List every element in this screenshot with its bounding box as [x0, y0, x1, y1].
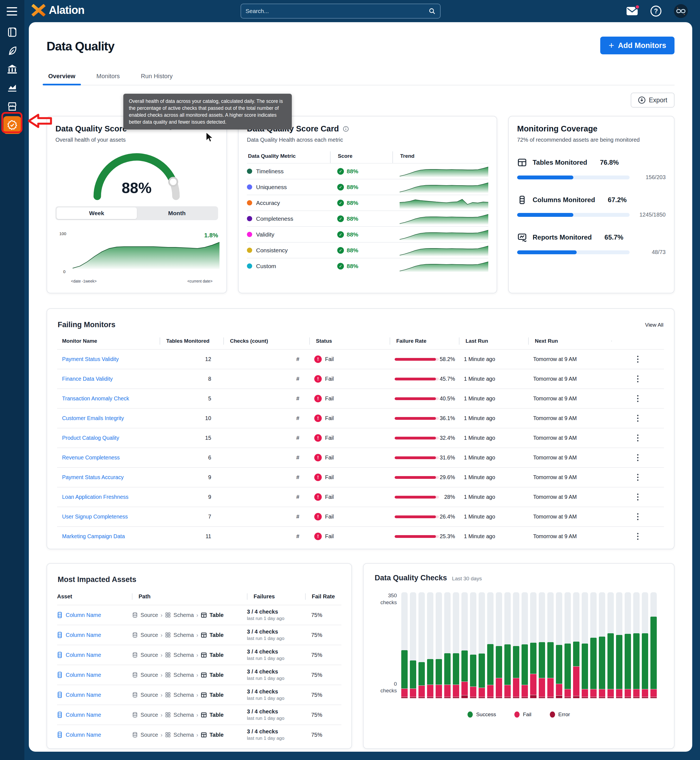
failure-rate-bar: [395, 456, 439, 459]
table-icon: [201, 632, 207, 638]
asset-link[interactable]: Column Name: [57, 632, 132, 638]
monitor-name-link[interactable]: Product Catalog Quality: [57, 435, 159, 441]
chart-bar: [616, 592, 622, 698]
failure-rate-value: 28%: [444, 494, 455, 500]
chart-bar: [487, 592, 494, 698]
asset-link[interactable]: Column Name: [57, 732, 132, 738]
monitor-name-link[interactable]: Loan Application Freshness: [57, 494, 159, 500]
row-menu-button[interactable]: [637, 494, 639, 500]
monitor-name-link[interactable]: Payment Status Accuracy: [57, 474, 159, 481]
failure-rate-bar: [395, 378, 439, 381]
coverage-count: 1245/1850: [635, 212, 666, 218]
add-monitors-button[interactable]: + Add Monitors: [600, 37, 675, 54]
sidebar-item-analytics[interactable]: [3, 79, 21, 97]
asset-link[interactable]: Column Name: [57, 691, 132, 698]
chart-bar: [436, 592, 442, 698]
week-toggle[interactable]: Week: [56, 207, 137, 219]
metric-score-value: 88%: [347, 200, 358, 206]
metric-label: Consistency: [256, 247, 288, 254]
monitor-name-link[interactable]: Finance Data Validity: [57, 376, 159, 382]
sidebar-item-marketplace[interactable]: [3, 97, 21, 115]
last-run-value: 1 Minute ago: [459, 494, 528, 500]
row-menu-button[interactable]: [637, 434, 639, 442]
monitor-name-link[interactable]: Customer Emails Integrity: [57, 415, 159, 422]
chart-bar: [564, 592, 571, 698]
fail-status-icon: !: [314, 493, 322, 501]
monitor-name-link[interactable]: Payment Status Validity: [57, 356, 159, 362]
tab-monitors[interactable]: Monitors: [95, 69, 121, 85]
info-icon[interactable]: [343, 126, 349, 132]
fail-status-icon: !: [314, 434, 322, 442]
sidebar-item-data-quality[interactable]: [3, 116, 21, 134]
status-label: Fail: [325, 454, 334, 461]
row-menu-button[interactable]: [637, 454, 639, 461]
sidebar-item-governance[interactable]: [3, 60, 21, 78]
tab-run-history[interactable]: Run History: [139, 69, 174, 85]
download-icon: [638, 96, 646, 104]
coverage-percentage: 65.7%: [605, 233, 623, 241]
metric-score-value: 88%: [347, 215, 358, 222]
chevron-right-icon: ›: [196, 712, 198, 718]
asset-link[interactable]: Column Name: [57, 652, 132, 658]
failure-rate-value: 45.7%: [440, 376, 455, 382]
status-label: Fail: [325, 415, 334, 422]
asset-link[interactable]: Column Name: [57, 612, 132, 618]
checks-count-value: #: [223, 415, 309, 422]
row-menu-button[interactable]: [637, 415, 639, 422]
metric-row: Validity✓88%: [247, 226, 488, 242]
row-menu-button[interactable]: [637, 533, 639, 540]
row-menu-button[interactable]: [637, 474, 639, 481]
table-icon: [201, 732, 207, 738]
alation-logo[interactable]: Alation: [31, 4, 84, 16]
next-run-value: Tomorrow at 9 AM: [528, 474, 611, 481]
row-menu-button[interactable]: [637, 356, 639, 363]
metric-score: ✓88%: [330, 231, 392, 238]
asset-link[interactable]: Column Name: [57, 711, 132, 718]
failures-cell: 3 / 4 checkslast run 1 day ago: [247, 649, 305, 661]
data-quality-score-card: Data Quality Score Overall health of you…: [47, 116, 227, 293]
monitor-name-link[interactable]: Revenue Completeness: [57, 454, 159, 461]
plus-icon: +: [609, 41, 614, 50]
tab-overview[interactable]: Overview: [47, 69, 77, 85]
chart-bar: [590, 592, 597, 698]
metric-dot-icon: [247, 169, 252, 174]
legend-label: Fail: [523, 711, 531, 718]
chart-bar: [419, 592, 425, 698]
x-axis-end-label: <current date>: [188, 279, 212, 284]
coverage-item: Reports Monitored65.7%48/73: [517, 232, 666, 255]
schema-icon: [165, 732, 171, 738]
table-icon: [201, 692, 207, 698]
y-axis-min-label: 0: [63, 269, 66, 274]
chart-bar: [522, 592, 528, 698]
row-menu-button[interactable]: [637, 375, 639, 382]
table-row: Marketing Campaign Data11#!Fail25.3%1 Mi…: [57, 526, 664, 546]
metric-score-value: 88%: [347, 168, 358, 175]
metric-score: ✓88%: [330, 215, 392, 222]
failure-rate-cell: 28%: [390, 494, 459, 500]
search-input[interactable]: [245, 8, 428, 14]
help-icon[interactable]: ?: [650, 5, 662, 17]
row-menu-button[interactable]: [637, 513, 639, 520]
chart-bar: [573, 592, 580, 698]
hamburger-menu-button[interactable]: [7, 7, 17, 16]
row-menu-button[interactable]: [637, 395, 639, 402]
monitor-name-link[interactable]: User Signup Completeness: [57, 514, 159, 520]
coverage-label: Columns Monitored: [533, 196, 595, 204]
search-bar[interactable]: [241, 4, 441, 19]
export-button[interactable]: Export: [631, 92, 675, 108]
view-all-link[interactable]: View All: [645, 322, 663, 328]
asset-link[interactable]: Column Name: [57, 672, 132, 678]
search-icon[interactable]: [428, 8, 436, 15]
asset-name: Column Name: [66, 692, 101, 698]
chart-bar: [650, 592, 657, 698]
avatar[interactable]: [674, 4, 688, 18]
notifications-button[interactable]: [626, 7, 638, 16]
table-label: Table: [209, 632, 223, 638]
month-toggle[interactable]: Month: [137, 207, 217, 219]
monitor-name-link[interactable]: Transaction Anomaly Check: [57, 395, 159, 402]
metric-score-value: 88%: [347, 231, 358, 238]
sidebar-item-compose[interactable]: [3, 42, 21, 60]
sidebar-item-catalog[interactable]: [3, 23, 21, 41]
checks-chart-title: Data Quality Checks: [375, 574, 447, 582]
monitor-name-link[interactable]: Marketing Campaign Data: [57, 533, 159, 539]
